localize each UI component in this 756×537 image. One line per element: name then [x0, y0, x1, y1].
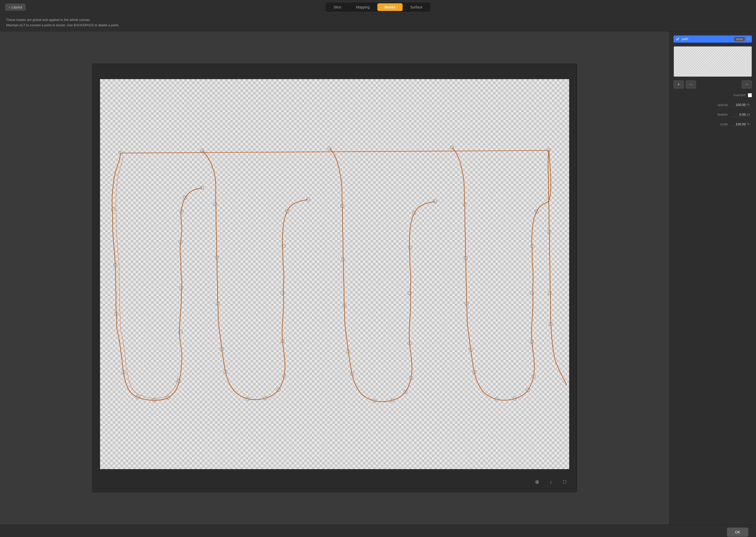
svg-point-31 [328, 146, 331, 150]
top-bar: ‹ Layout Slice Mapping Masks Surface [0, 0, 756, 14]
svg-point-42 [408, 291, 411, 295]
svg-point-43 [408, 246, 412, 250]
feather-value[interactable]: 0.00 [731, 112, 746, 116]
canvas-area: .mask-path { fill: none; stroke: #c0580a… [0, 31, 669, 524]
more-mask-button[interactable]: ··· [686, 80, 696, 89]
back-label: Layout [12, 5, 22, 9]
inverted-row: inverted [674, 92, 752, 98]
feather-row: feather 0.00 px [674, 111, 752, 118]
fit-icon-btn[interactable]: □ [560, 477, 569, 486]
opacity-label: opacity [707, 103, 728, 107]
feather-field: 0.00 px [731, 112, 752, 117]
move-icon-btn[interactable]: ⊕ [532, 477, 542, 486]
mask-name-label: path [682, 37, 732, 41]
mask-item[interactable]: path show ☐ [674, 35, 752, 43]
opacity-row: opacity 100.00 % [674, 102, 752, 108]
right-panel: path show ☐ + ··· − inverted opacity 100… [669, 31, 756, 524]
svg-point-17 [214, 202, 217, 206]
canvas-container[interactable]: .mask-path { fill: none; stroke: #c0580a… [92, 63, 577, 492]
fit-icon: □ [563, 479, 566, 485]
main-content: .mask-path { fill: none; stroke: #c0580a… [0, 31, 756, 524]
info-line2: Maintain ALT to convert a point to bezie… [6, 23, 750, 28]
opacity-value[interactable]: 100.00 [731, 103, 746, 107]
opacity-field: 100.00 % [731, 103, 752, 107]
tab-surface[interactable]: Surface [403, 3, 430, 11]
scale-value[interactable]: 100.00 [731, 122, 746, 126]
mask-show-button[interactable]: show [734, 37, 745, 41]
tab-masks[interactable]: Masks [377, 3, 403, 11]
back-button[interactable]: ‹ Layout [5, 4, 26, 11]
scale-label: scale [707, 122, 728, 126]
svg-point-58 [531, 244, 534, 248]
scale-unit: % [747, 122, 752, 126]
bottom-bar: OK [0, 524, 756, 537]
inverted-label: inverted [725, 93, 745, 97]
mask-thumbnail [674, 46, 752, 77]
svg-point-11 [180, 286, 183, 290]
mask-checkbox[interactable] [676, 37, 680, 41]
scale-slider[interactable] [731, 126, 751, 126]
svg-point-27 [281, 291, 284, 295]
mask-actions: + ··· − [674, 80, 752, 89]
tab-mapping[interactable]: Mapping [349, 3, 377, 11]
svg-line-0 [120, 150, 549, 153]
info-bar: These masks are global and applied to th… [0, 14, 756, 31]
feather-slider[interactable] [731, 116, 751, 117]
back-chevron-icon: ‹ [9, 5, 10, 9]
move-icon: ⊕ [535, 479, 539, 485]
scale-field: 100.00 % [731, 122, 752, 126]
tab-group: Slice Mapping Masks Surface [325, 3, 430, 12]
download-icon: ↓ [550, 479, 552, 485]
feather-label: feather [707, 112, 728, 116]
add-mask-button[interactable]: + [674, 80, 684, 89]
feather-unit: px [747, 112, 752, 116]
remove-mask-button[interactable]: − [742, 80, 752, 89]
download-icon-btn[interactable]: ↓ [546, 477, 555, 486]
path-overlay: .mask-path { fill: none; stroke: #c0580a… [100, 79, 569, 469]
svg-point-62 [548, 291, 552, 295]
inverted-checkbox[interactable] [748, 93, 752, 97]
opacity-unit: % [747, 103, 752, 106]
ok-button[interactable]: OK [727, 527, 748, 537]
mask-eye-button[interactable]: ☐ [747, 37, 750, 41]
mask-list: path show ☐ [674, 35, 752, 43]
canvas-viewport: .mask-path { fill: none; stroke: #c0580a… [100, 79, 569, 469]
svg-point-13 [180, 210, 184, 213]
canvas-bottom-bar: ⊕ ↓ □ [92, 472, 577, 492]
svg-point-57 [530, 291, 534, 295]
info-line1: These masks are global and applied to th… [6, 17, 750, 23]
tab-slice[interactable]: Slice [326, 3, 348, 11]
scale-row: scale 100.00 % [674, 121, 752, 127]
